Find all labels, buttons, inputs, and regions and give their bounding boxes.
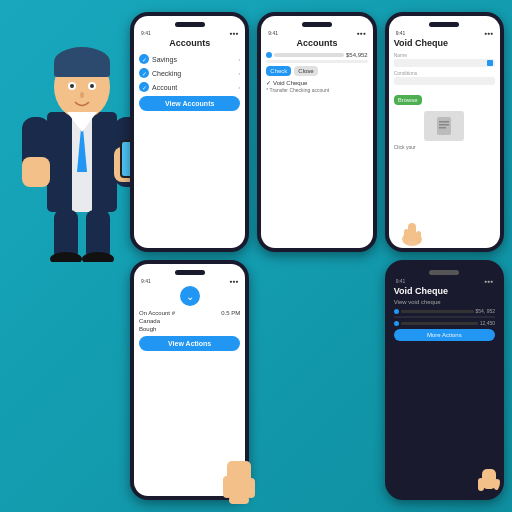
close-button[interactable]: Close <box>294 66 317 76</box>
phone-3-title: Void Cheque <box>394 38 495 48</box>
chevron-1: › <box>238 70 240 76</box>
svg-rect-37 <box>494 479 500 490</box>
row2-label: Canada <box>139 318 160 324</box>
phone-5-extra-row: 12,450 <box>394 320 495 326</box>
conditions-field[interactable] <box>394 77 495 85</box>
p5-extra-line <box>401 322 478 325</box>
phone-5-subtitle: View void cheque <box>394 299 495 305</box>
field-icon <box>487 60 493 66</box>
svg-rect-26 <box>439 127 446 129</box>
phone-5-status: 9:41 ●●● <box>394 278 495 284</box>
hand-holding-4 <box>219 456 259 510</box>
hand-pointer-5 <box>478 464 500 496</box>
svg-rect-29 <box>404 229 409 243</box>
p5-extra-amount: 12,450 <box>480 320 495 326</box>
svg-rect-35 <box>482 469 496 489</box>
account-line <box>274 53 344 57</box>
svg-rect-24 <box>439 121 449 123</box>
phones-grid: 9:41 ●●● Accounts Savings › Checking › A… <box>122 0 512 512</box>
svg-rect-23 <box>437 117 451 135</box>
account-amount: $54,952 <box>346 52 368 58</box>
p5-divider <box>394 316 495 318</box>
main-scene: 9:41 ●●● Accounts Savings › Checking › A… <box>0 0 512 512</box>
phone-1-notch <box>175 22 205 27</box>
svg-point-9 <box>90 84 94 88</box>
check-button[interactable]: Check <box>266 66 291 76</box>
svg-rect-32 <box>223 476 231 498</box>
svg-rect-33 <box>247 478 255 498</box>
phone-4-notch <box>175 270 205 275</box>
row1-value: 0.5 PM <box>221 310 240 316</box>
svg-rect-14 <box>22 157 50 187</box>
row1-label: On Account # <box>139 310 175 316</box>
phone-1-item-2: Account › <box>139 82 240 92</box>
hand-pointer-3 <box>400 211 425 250</box>
phone-2-notch <box>302 22 332 27</box>
svg-point-8 <box>70 84 74 88</box>
p5-account-line <box>401 310 474 313</box>
chevron-2: › <box>238 84 240 90</box>
action-icon: ⌄ <box>180 286 200 306</box>
p5-account-dot <box>394 309 399 314</box>
phone-1-screen: 9:41 ●●● Accounts Savings › Checking › A… <box>134 16 245 248</box>
phone-4-status: 9:41 ●●● <box>139 278 240 284</box>
phone-3-notch <box>429 22 459 27</box>
p5-extra-dot <box>394 321 399 326</box>
phone-5-account-row: $54, 952 <box>394 308 495 314</box>
action-row-1: On Account # 0.5 PM <box>139 310 240 316</box>
view-accounts-button[interactable]: View Accounts <box>139 96 240 111</box>
document-preview <box>424 111 464 141</box>
phone-5-screen: 9:41 ●●● Void Cheque View void cheque $5… <box>389 264 500 496</box>
phone-3-void-cheque: 9:41 ●●● Void Cheque Name Conditions Bro… <box>385 12 504 252</box>
phone-2-account-row: $54,952 <box>266 52 367 58</box>
svg-rect-5 <box>54 62 110 77</box>
account-dot <box>266 52 272 58</box>
name-field[interactable] <box>394 59 495 67</box>
phone-5-void-cheque-dark: 9:41 ●●● Void Cheque View void cheque $5… <box>385 260 504 500</box>
document-icon <box>434 116 454 136</box>
svg-rect-34 <box>229 496 249 504</box>
chevron-0: › <box>238 56 240 62</box>
svg-point-10 <box>80 92 84 98</box>
phone-5-notch <box>429 270 459 275</box>
phone-1-item-1: Checking › <box>139 68 240 78</box>
item-label-2: Account <box>152 84 235 91</box>
row3-label: Bough <box>139 326 156 332</box>
phone-2-accounts-detail: 9:41 ●●● Accounts $54,952 Check Close ✓ … <box>257 12 376 252</box>
phone-1-item-0: Savings › <box>139 54 240 64</box>
item-label-0: Savings <box>152 56 235 63</box>
field-label-1: Name <box>394 52 495 58</box>
p5-amount: $54, 952 <box>476 308 495 314</box>
svg-rect-25 <box>439 124 449 126</box>
phone-5-title: Void Cheque <box>394 286 495 296</box>
more-actions-button[interactable]: More Actions <box>394 329 495 341</box>
check-circle-0 <box>139 54 149 64</box>
action-row-2: Canada <box>139 318 240 324</box>
browse-button[interactable]: Browse <box>394 95 422 105</box>
phone-1-title: Accounts <box>139 38 240 48</box>
phone-2-title: Accounts <box>266 38 367 48</box>
view-actions-button[interactable]: View Actions <box>139 336 240 351</box>
check-circle-1 <box>139 68 149 78</box>
action-row-3: Bough <box>139 326 240 332</box>
field-label-2: Conditions <box>394 70 495 76</box>
transfer-label: * Transfer Checking account <box>266 87 367 93</box>
divider-line <box>266 60 367 63</box>
void-cheque-label: ✓ Void Cheque <box>266 79 367 86</box>
arrow-down-icon: ⌄ <box>186 291 194 302</box>
item-label-1: Checking <box>152 70 235 77</box>
phone-2-status: 9:41 ●●● <box>266 30 367 36</box>
check-buttons-row: Check Close <box>266 66 367 76</box>
svg-rect-30 <box>416 231 421 243</box>
phone-1-status: 9:41 ●●● <box>139 30 240 36</box>
check-circle-2 <box>139 82 149 92</box>
phone-3-status: 9:41 ●●● <box>394 30 495 36</box>
svg-rect-28 <box>408 223 416 241</box>
svg-rect-36 <box>478 478 484 491</box>
phone-4-action-center: 9:41 ●●● ⌄ On Account # 0.5 PM Canada Bo… <box>130 260 249 500</box>
phone-1-accounts: 9:41 ●●● Accounts Savings › Checking › A… <box>130 12 249 252</box>
phone-2-screen: 9:41 ●●● Accounts $54,952 Check Close ✓ … <box>261 16 372 248</box>
footer-text: Click your <box>394 144 495 150</box>
